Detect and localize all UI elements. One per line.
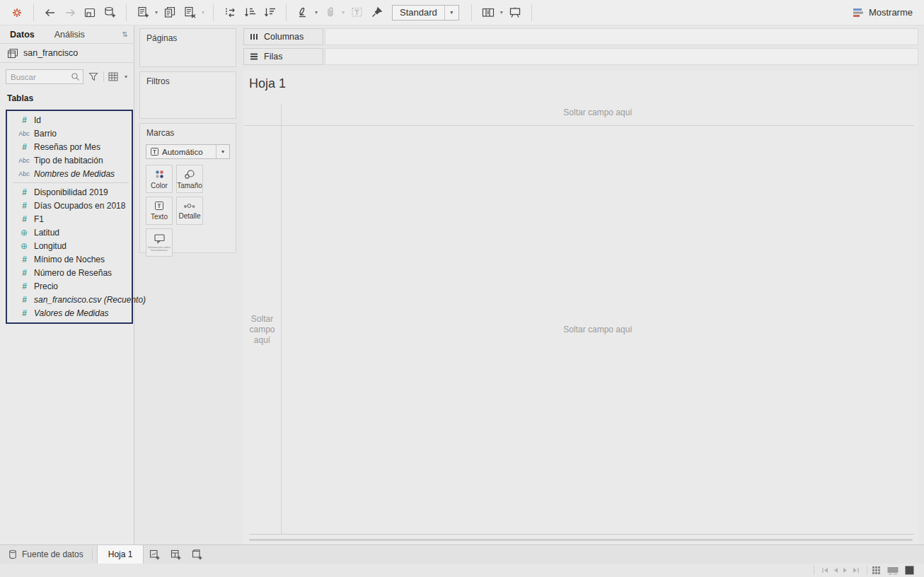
tab-analisis[interactable]: Análisis — [45, 25, 95, 43]
field-row[interactable]: # Id — [7, 113, 132, 127]
worksheet-canvas: Hoja 1 Soltar campo aquí Soltar campo aq… — [243, 71, 918, 544]
field-row[interactable]: # Número de Reseñas — [7, 266, 132, 279]
number-icon: # — [14, 142, 34, 152]
sort-ascending-icon[interactable] — [240, 3, 260, 23]
active-sheet-tab[interactable]: Hoja 1 — [97, 545, 144, 564]
clear-sheet-caret-icon[interactable]: ▾ — [200, 9, 207, 16]
sort-descending-icon[interactable] — [260, 3, 279, 23]
detail-button[interactable]: Detalle — [176, 197, 203, 225]
mark-type-caret-icon[interactable]: ▾ — [216, 145, 229, 158]
field-row[interactable]: Abc Nombres de Medidas — [7, 167, 132, 180]
fix-axes-icon[interactable] — [366, 3, 386, 23]
duplicate-sheet-icon[interactable] — [160, 3, 180, 23]
pane-expand-icon[interactable]: ⇅ — [122, 30, 134, 38]
data-source-tab[interactable]: Fuente de datos — [0, 545, 92, 564]
text-icon: Abc — [14, 157, 34, 164]
columns-shelf-row: Columnas — [243, 28, 918, 45]
pages-card-title: Páginas — [146, 33, 229, 43]
fit-dropdown-caret-icon[interactable]: ▾ — [444, 6, 458, 20]
show-tabs-icon[interactable] — [905, 566, 914, 575]
highlight-caret-icon[interactable]: ▾ — [313, 9, 320, 16]
database-icon — [8, 549, 17, 559]
field-row[interactable]: # Mínimo de Noches — [7, 252, 132, 266]
marks-card: Marcas Automático ▾ — [139, 123, 236, 253]
text-label-icon[interactable] — [347, 3, 366, 23]
text-button-label: Texto — [151, 213, 168, 221]
save-icon[interactable] — [80, 3, 100, 23]
new-worksheet-tab-icon[interactable] — [144, 545, 165, 564]
swap-rows-columns-icon[interactable] — [220, 3, 240, 23]
show-me-icon — [853, 8, 864, 18]
tableau-logo-icon[interactable] — [7, 3, 27, 23]
sheet-title[interactable]: Hoja 1 — [249, 76, 286, 91]
search-box[interactable] — [6, 69, 83, 84]
tooltip-button-label: Información sobre herramientas — [147, 246, 171, 252]
filter-fields-icon[interactable] — [86, 72, 100, 81]
filmstrip-icon[interactable] — [887, 566, 899, 575]
last-sheet-icon[interactable] — [853, 567, 860, 573]
new-dashboard-tab-icon[interactable] — [165, 545, 186, 564]
field-label: Tipo de habitación — [34, 156, 103, 165]
field-row[interactable]: # Disponibilidad 2019 — [7, 185, 132, 199]
field-row[interactable]: Abc Barrio — [7, 127, 132, 140]
fit-dropdown[interactable]: Standard ▾ — [392, 5, 459, 21]
color-button[interactable]: Color — [146, 165, 173, 193]
field-row[interactable]: ⊕ Longitud — [7, 239, 132, 252]
clear-sheet-icon[interactable] — [180, 3, 200, 23]
pages-card[interactable]: Páginas — [139, 28, 236, 67]
field-label: san_francisco.csv (Recuento) — [34, 295, 146, 305]
redo-icon[interactable] — [60, 3, 80, 23]
horizontal-scrollbar[interactable] — [249, 539, 913, 541]
tooltip-button[interactable]: Información sobre herramientas — [146, 228, 173, 257]
detail-dots-icon — [183, 202, 196, 210]
filters-card[interactable]: Filtros — [139, 71, 236, 119]
drop-zone-left[interactable]: Soltar campo aquí — [243, 314, 281, 346]
search-row: ▾ — [6, 69, 129, 84]
tab-bar-divider — [92, 548, 93, 561]
field-row[interactable]: # Valores de Medidas — [7, 306, 132, 320]
view-as-icon[interactable] — [107, 72, 120, 81]
active-sheet-tab-label: Hoja 1 — [108, 549, 133, 559]
previous-sheet-icon[interactable] — [833, 567, 838, 573]
rows-shelf-label: Filas — [264, 52, 282, 62]
text-button[interactable]: Texto — [146, 197, 173, 225]
show-mark-labels-caret-icon[interactable]: ▾ — [498, 9, 505, 16]
new-worksheet-icon[interactable] — [133, 3, 153, 23]
columns-shelf-dropzone[interactable] — [325, 28, 918, 45]
drop-zone-top[interactable]: Soltar campo aquí — [282, 107, 914, 117]
new-worksheet-caret-icon[interactable]: ▾ — [153, 9, 160, 16]
text-icon: Abc — [14, 130, 34, 137]
group-members-icon[interactable] — [320, 3, 340, 23]
field-row[interactable]: # Días Ocupados en 2018 — [7, 199, 132, 212]
field-row[interactable]: # Precio — [7, 279, 132, 293]
datasource-row[interactable]: san_francisco — [0, 44, 134, 63]
number-icon: # — [14, 268, 34, 278]
rows-shelf-dropzone[interactable] — [325, 48, 918, 65]
group-members-caret-icon[interactable]: ▾ — [340, 9, 347, 16]
mark-type-dropdown[interactable]: Automático ▾ — [146, 144, 230, 159]
field-row[interactable]: ⊕ Latitud — [7, 226, 132, 239]
show-me-button[interactable]: Mostrarme — [848, 3, 917, 23]
sheet-sorter-icon[interactable] — [872, 566, 881, 575]
tab-datos[interactable]: Datos — [0, 25, 45, 43]
search-input[interactable] — [11, 73, 71, 81]
highlight-icon[interactable] — [293, 3, 313, 23]
drop-zone-center[interactable]: Soltar campo aquí — [282, 325, 914, 334]
rows-shelf-row: Filas — [243, 48, 918, 65]
presentation-mode-icon[interactable] — [505, 3, 525, 23]
marks-card-title: Marcas — [144, 128, 231, 138]
field-row[interactable]: # Reseñas por Mes — [7, 140, 132, 153]
show-mark-labels-icon[interactable] — [478, 3, 498, 23]
field-row[interactable]: # F1 — [7, 212, 132, 226]
size-button[interactable]: Tamaño — [176, 165, 203, 193]
view-as-caret-icon[interactable]: ▾ — [122, 74, 129, 80]
undo-icon[interactable] — [40, 3, 60, 23]
field-row[interactable]: Abc Tipo de habitación — [7, 153, 132, 167]
globe-icon: ⊕ — [14, 241, 34, 251]
first-sheet-icon[interactable] — [821, 567, 828, 573]
new-data-source-icon[interactable] — [100, 3, 120, 23]
new-story-tab-icon[interactable] — [186, 545, 207, 564]
field-label: Número de Reseñas — [34, 268, 112, 278]
field-row[interactable]: # san_francisco.csv (Recuento) — [7, 293, 132, 306]
next-sheet-icon[interactable] — [843, 567, 848, 573]
